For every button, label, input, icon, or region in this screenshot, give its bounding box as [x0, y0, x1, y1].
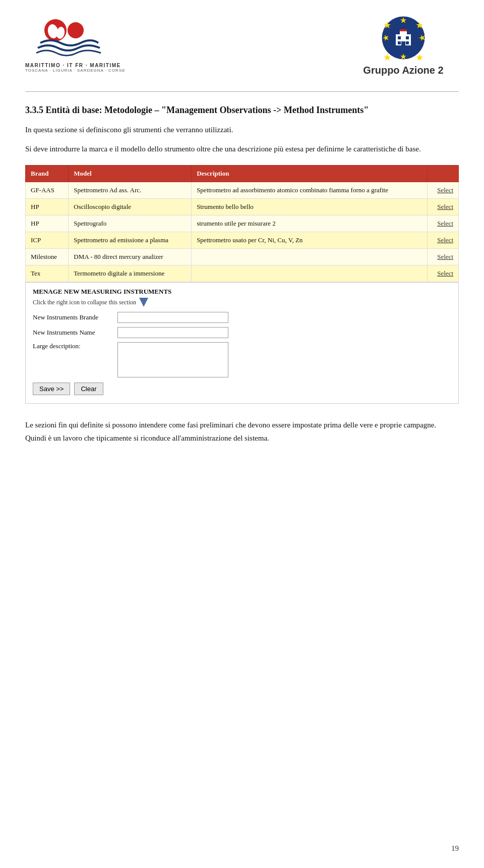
cell-action: Select — [428, 215, 459, 232]
svg-point-1 — [68, 22, 84, 38]
clear-button[interactable]: Clear — [74, 383, 103, 395]
cell-description: Strumento bello bello — [192, 199, 428, 215]
cell-model: Spettrometro Ad ass. Arc. — [69, 182, 192, 199]
cell-action: Select — [428, 182, 459, 199]
cell-brand: ICP — [26, 232, 69, 249]
logo-subtext: TOSCANA · LIGURIA · SARDEGNA · CORSE — [25, 68, 126, 73]
cell-model: Oscilloscopio digitale — [69, 199, 192, 215]
cell-model: Spettrometro ad emissione a plasma — [69, 232, 192, 249]
cell-brand: HP — [26, 215, 69, 232]
cell-brand: Tex — [26, 265, 69, 282]
select-link[interactable]: Select — [437, 203, 453, 210]
select-link[interactable]: Select — [437, 269, 453, 277]
svg-rect-18 — [398, 41, 401, 44]
table-header-row: Brand Model Description — [26, 166, 459, 182]
logo-left: MARITTIMO · IT FR · MARITIME TOSCANA · L… — [25, 15, 126, 73]
svg-rect-19 — [406, 41, 409, 44]
table-row: MilestoneDMA - 80 direct mercury analize… — [26, 249, 459, 265]
table-row: HPOscilloscopio digitaleStrumento bello … — [26, 199, 459, 215]
section-heading: 3.3.5 Entità di base: Metodologie – "Man… — [25, 104, 459, 117]
bottom-text: Le sezioni fin qui definite si possono i… — [25, 419, 459, 445]
table-row: GF-AASSpettrometro Ad ass. Arc.Spettrome… — [26, 182, 459, 199]
large-desc-label: Large description: — [33, 342, 113, 350]
cell-description — [192, 265, 428, 282]
table-row: HPSpettrografostrumento utile per misura… — [26, 215, 459, 232]
cell-description: strumento utile per misurare 2 — [192, 215, 428, 232]
page-header: MARITTIMO · IT FR · MARITIME TOSCANA · L… — [25, 15, 459, 76]
name-label: New Instruments Name — [33, 329, 113, 337]
logo-right: Gruppo Azione 2 — [348, 15, 459, 76]
cell-brand: GF-AAS — [26, 182, 69, 199]
svg-rect-20 — [401, 41, 405, 45]
brand-input[interactable] — [117, 312, 228, 323]
bottom-paragraph: Le sezioni fin qui definite si possono i… — [25, 419, 459, 445]
section-desc: Si deve introdurre la marca e il modello… — [25, 143, 459, 155]
cell-brand: Milestone — [26, 249, 69, 265]
table-section: Brand Model Description GF-AASSpettromet… — [25, 165, 459, 404]
manage-section: MENAGE NEW MEASURING INSTRUMENTS Click t… — [25, 282, 459, 404]
select-link[interactable]: Select — [437, 220, 453, 227]
svg-rect-16 — [398, 36, 401, 39]
table-row: ICPSpettrometro ad emissione a plasmaSpe… — [26, 232, 459, 249]
button-row: Save >> Clear — [33, 383, 451, 395]
cell-model: Termometro digitale a immersione — [69, 265, 192, 282]
cell-model: DMA - 80 direct mercury analizer — [69, 249, 192, 265]
col-action — [428, 166, 459, 182]
svg-marker-11 — [384, 54, 391, 61]
brand-label: New Instruments Brande — [33, 313, 113, 321]
cell-model: Spettrografo — [69, 215, 192, 232]
cell-description: Spettrometro usato per Cr, Ni, Cu, V, Zn — [192, 232, 428, 249]
name-input[interactable] — [117, 327, 228, 338]
svg-rect-15 — [400, 29, 407, 31]
col-brand: Brand — [26, 166, 69, 182]
large-desc-row: Large description: — [33, 342, 451, 377]
collapse-hint-text: Click the right icon to collapse this se… — [33, 299, 136, 306]
collapse-icon[interactable] — [139, 298, 148, 307]
svg-marker-12 — [416, 54, 424, 61]
cell-description — [192, 249, 428, 265]
name-row: New Instruments Name — [33, 327, 451, 338]
header-divider — [25, 91, 459, 92]
gruppo-azione-title: Gruppo Azione 2 — [363, 65, 443, 76]
brand-row: New Instruments Brande — [33, 312, 451, 323]
page-number: 19 — [451, 844, 459, 853]
cell-brand: HP — [26, 199, 69, 215]
collapse-hint: Click the right icon to collapse this se… — [33, 298, 451, 307]
cell-action: Select — [428, 199, 459, 215]
cell-action: Select — [428, 249, 459, 265]
logo-name: MARITTIMO · IT FR · MARITIME — [25, 63, 121, 68]
save-button[interactable]: Save >> — [33, 383, 70, 395]
instrument-table: Brand Model Description GF-AASSpettromet… — [25, 165, 459, 282]
select-link[interactable]: Select — [437, 253, 453, 260]
col-description: Description — [192, 166, 428, 182]
col-model: Model — [69, 166, 192, 182]
select-link[interactable]: Select — [437, 236, 453, 244]
svg-rect-17 — [406, 36, 409, 39]
section-intro: In questa sezione si definiscono gli str… — [25, 124, 459, 136]
cell-action: Select — [428, 265, 459, 282]
cell-description: Spettrometro ad assorbimento atomico com… — [192, 182, 428, 199]
large-desc-input[interactable] — [117, 342, 228, 377]
select-link[interactable]: Select — [437, 186, 453, 194]
cell-action: Select — [428, 232, 459, 249]
table-row: TexTermometro digitale a immersioneSelec… — [26, 265, 459, 282]
manage-title: MENAGE NEW MEASURING INSTRUMENTS — [33, 288, 451, 296]
